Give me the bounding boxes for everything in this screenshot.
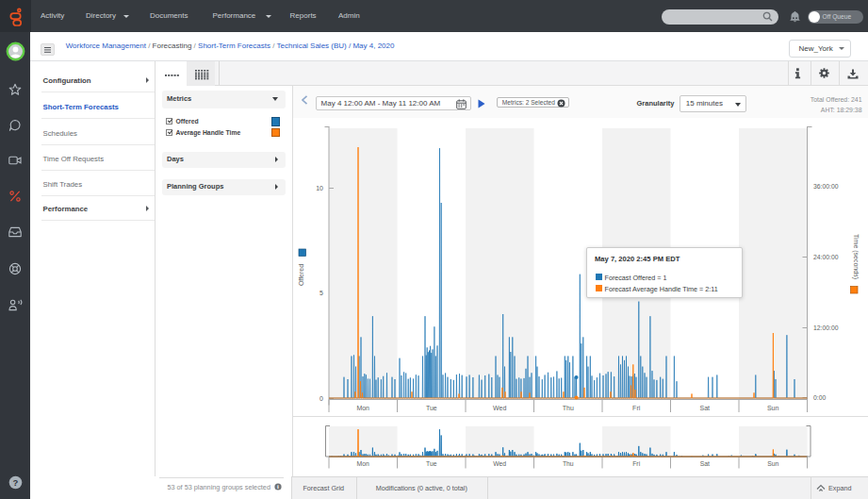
svg-text:Mon: Mon — [357, 460, 369, 467]
svg-text:Fri: Fri — [632, 460, 640, 467]
svg-text:Tue: Tue — [426, 460, 437, 467]
svg-text:Thu: Thu — [563, 460, 574, 467]
svg-text:Sat: Sat — [700, 460, 710, 467]
svg-text:?: ? — [12, 477, 18, 488]
svg-text:i: i — [277, 483, 279, 490]
svg-text:Sun: Sun — [767, 460, 778, 467]
svg-text:Wed: Wed — [493, 460, 506, 467]
